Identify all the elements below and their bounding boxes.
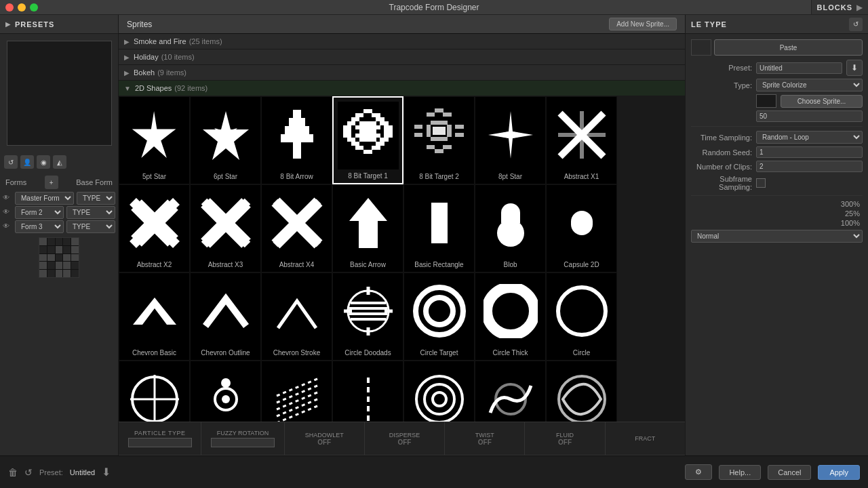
random-seed-input[interactable]	[756, 146, 863, 158]
sprite-abstract-x3[interactable]: Abstract X3	[190, 184, 261, 272]
forms-section: Forms + Base Form 👁 Master Form TYPE 👁	[0, 171, 118, 285]
audio-button[interactable]: ◉	[37, 155, 50, 169]
ps-fluid-value: OFF	[558, 439, 572, 446]
choose-sprite-button[interactable]: Choose Sprite...	[781, 95, 863, 108]
form2-type[interactable]: TYPE	[66, 206, 115, 219]
preset-row: Preset: ⬇	[691, 60, 863, 76]
sprite-blob[interactable]: Blob	[475, 184, 546, 272]
minimize-button[interactable]	[18, 3, 26, 12]
sprite-name-5pt-star: 5pt Star	[142, 173, 166, 181]
maximize-button[interactable]	[30, 3, 38, 12]
sprite-abstract-x4[interactable]: Abstract X4	[261, 184, 332, 272]
sprite-5pt-star[interactable]: 5pt Star	[119, 96, 190, 184]
subframe-label: Subframe Sampling:	[691, 175, 752, 191]
left-content: ↺ 👤 ◉ ◭ Forms + Base Form 👁 Master Form	[0, 34, 118, 466]
preset-save-button[interactable]: ⬇	[846, 60, 863, 76]
color-swatch[interactable]	[756, 94, 776, 108]
eye-icon-2[interactable]: 👁	[3, 208, 12, 218]
sprite-8bit-target2[interactable]: 8 Bit Target 2	[403, 96, 475, 184]
form-row-2: 👁 Form 2 TYPE	[3, 206, 115, 219]
close-button[interactable]	[5, 3, 14, 12]
person-button[interactable]: 👤	[20, 155, 34, 169]
sprite-canvas-blob	[480, 189, 541, 257]
category-bokeh[interactable]: ▶ Bokeh (9 items)	[119, 65, 685, 81]
ps-particle-type-input[interactable]	[128, 438, 192, 447]
sprite-row-3: Chevron Basic Chevron Outline	[119, 272, 685, 361]
sprite-canvas-chevron-stroke	[267, 277, 328, 345]
sprite-chevron-outline[interactable]: Chevron Outline	[190, 272, 261, 361]
smoke-fire-count: (25 items)	[189, 37, 222, 45]
master-form-select[interactable]: Master Form	[15, 192, 74, 205]
sprite-abstract-x1[interactable]: Abstract X1	[546, 96, 617, 184]
svg-rect-8	[301, 126, 309, 134]
sprite-8bit-target1[interactable]: 8 Bit Target 1	[332, 96, 403, 184]
sprite-circle[interactable]: Circle	[546, 272, 617, 361]
svg-rect-55	[427, 125, 431, 137]
blocks-title: BLOCKS	[817, 3, 852, 12]
sprite-chevron-basic[interactable]: Chevron Basic	[119, 272, 190, 361]
right-panel-reset-button[interactable]: ↺	[849, 18, 863, 31]
presets-title: PRESETS	[15, 20, 54, 28]
preset-bar-value: Untitled	[70, 468, 95, 476]
sprite-canvas-8bit-target2	[409, 101, 470, 169]
form2-select[interactable]: Form 2	[15, 206, 64, 219]
presets-header: ▶ PRESETS	[0, 15, 118, 34]
sprite-abstract-x2[interactable]: Abstract X2	[119, 184, 190, 272]
sprite-circle-target[interactable]: Circle Target	[403, 272, 475, 361]
form3-select[interactable]: Form 3	[15, 220, 64, 233]
svg-rect-45	[427, 113, 435, 117]
window-controls[interactable]	[5, 3, 38, 12]
help-button[interactable]: Help...	[719, 465, 761, 480]
eye-icon-3[interactable]: 👁	[3, 222, 12, 232]
svg-rect-32	[355, 146, 363, 150]
add-form-button[interactable]: +	[45, 176, 58, 189]
sprite-chevron-stroke[interactable]: Chevron Stroke	[261, 272, 332, 361]
normal-row: Normal	[691, 230, 863, 243]
bottom-cancel-button[interactable]: Cancel	[768, 465, 811, 480]
sprite-basic-arrow[interactable]: Basic Arrow	[332, 184, 403, 272]
time-sampling-select[interactable]: Random - Loop	[756, 131, 863, 144]
smoke-fire-name: Smoke and Fire	[134, 37, 186, 45]
canvas-preview	[7, 41, 112, 146]
blocks-collapse-button[interactable]: ▶	[856, 3, 863, 12]
normal-select[interactable]: Normal	[691, 230, 863, 243]
add-new-sprite-button[interactable]: Add New Sprite...	[609, 18, 677, 30]
category-smoke-fire[interactable]: ▶ Smoke and Fire (25 items)	[119, 34, 685, 49]
category-holiday[interactable]: ▶ Holiday (10 items)	[119, 49, 685, 65]
sprite-capsule-2d[interactable]: Capsule 2D	[546, 184, 617, 272]
eye-icon-master[interactable]: 👁	[3, 194, 12, 203]
master-form-type[interactable]: TYPE	[77, 192, 115, 205]
reset-icon-button[interactable]: ↺	[24, 467, 33, 478]
form3-type[interactable]: TYPE	[66, 220, 115, 233]
presets-arrow[interactable]: ▶	[5, 20, 11, 28]
paste-button[interactable]: Paste	[714, 39, 863, 56]
svg-rect-26	[343, 134, 351, 138]
num-clips-input[interactable]	[756, 161, 863, 172]
sprite-8bit-arrow[interactable]: 8 Bit Arrow	[261, 96, 332, 184]
sprite-circle-thick[interactable]: Circle Thick	[475, 272, 546, 361]
sprite-basic-rect[interactable]: Basic Rectangle	[403, 184, 475, 272]
shape-button[interactable]: ◭	[53, 155, 66, 169]
type-select[interactable]: Sprite Colorize	[756, 79, 863, 92]
undo-button[interactable]: ↺	[4, 155, 18, 169]
subframe-checkbox[interactable]	[756, 178, 766, 188]
sprite-6pt-star[interactable]: 6pt Star	[190, 96, 261, 184]
svg-rect-36	[368, 121, 376, 125]
apply-button[interactable]: Apply	[818, 465, 860, 480]
ps-fuzzy-input[interactable]	[211, 438, 275, 447]
save-preset-button[interactable]: ⬇	[102, 466, 111, 479]
svg-rect-5	[297, 118, 305, 126]
svg-rect-51	[435, 149, 443, 153]
gear-settings-button[interactable]: ⚙	[685, 464, 712, 480]
number-input[interactable]	[756, 110, 863, 122]
ps-disperse-label: DISPERSE	[389, 432, 420, 439]
preset-input[interactable]	[756, 62, 842, 74]
sprite-name-capsule-2d: Capsule 2D	[564, 261, 599, 269]
category-2d-shapes[interactable]: ▼ 2D Shapes (92 items)	[119, 81, 685, 96]
svg-rect-12	[305, 134, 313, 142]
sprite-name-circle-doodads: Circle Doodads	[344, 349, 391, 357]
sprite-circle-doodads[interactable]: Circle Doodads	[332, 272, 403, 361]
sprite-8pt-star[interactable]: 8pt Star	[475, 96, 546, 184]
num-clips-label: Number of Clips:	[691, 163, 752, 171]
trash-icon-button[interactable]: 🗑	[8, 467, 18, 478]
